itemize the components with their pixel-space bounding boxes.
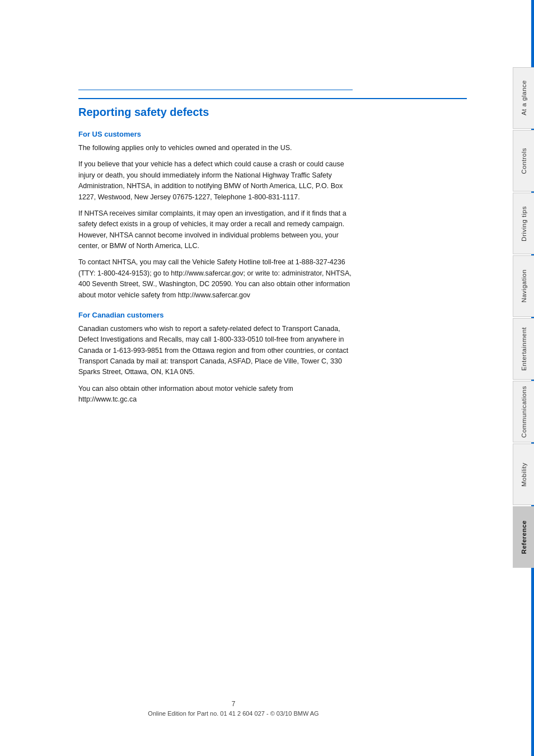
sidebar-tab-communications[interactable]: Communications <box>513 381 534 442</box>
section-divider <box>78 90 353 90</box>
page-number: 7 <box>0 700 467 708</box>
sidebar-tab-at-a-glance[interactable]: At a glance <box>513 67 534 129</box>
sidebar-tab-label-at-a-glance: At a glance <box>521 80 527 115</box>
canadian-customers-subtitle: For Canadian customers <box>78 311 467 319</box>
canadian-para-1: Canadian customers who wish to report a … <box>78 324 353 378</box>
us-para-3: If NHTSA receives similar complaints, it… <box>78 208 353 252</box>
page-section-title: Reporting safety defects <box>78 98 467 119</box>
sidebar-tab-label-mobility: Mobility <box>521 463 527 487</box>
canadian-para-2: You can also obtain other information ab… <box>78 384 353 405</box>
sidebar-tab-label-reference: Reference <box>521 520 527 554</box>
us-customers-subtitle: For US customers <box>78 130 467 138</box>
sidebar-tab-entertainment[interactable]: Entertainment <box>513 318 534 380</box>
sidebar-tab-label-navigation: Navigation <box>521 269 527 302</box>
sidebar-tab-reference[interactable]: Reference <box>513 506 534 568</box>
footer-text: Online Edition for Part no. 01 41 2 604 … <box>0 710 467 717</box>
page-container: Reporting safety defects For US customer… <box>0 0 534 756</box>
sidebar-tab-label-entertainment: Entertainment <box>521 327 527 371</box>
sidebar-tabs-wrapper: At a glanceControlsDriving tipsNavigatio… <box>513 0 534 756</box>
us-para-4: To contact NHTSA, you may call the Vehic… <box>78 257 353 301</box>
sidebar-tab-controls[interactable]: Controls <box>513 130 534 192</box>
us-para-1: The following applies only to vehicles o… <box>78 143 353 153</box>
sidebar-tab-label-driving-tips: Driving tips <box>521 206 527 241</box>
sidebar-tab-mobility[interactable]: Mobility <box>513 444 534 505</box>
sidebar: At a glanceControlsDriving tipsNavigatio… <box>500 0 534 756</box>
sidebar-tab-label-communications: Communications <box>521 386 527 438</box>
us-para-2: If you believe that your vehicle has a d… <box>78 159 353 203</box>
main-content: Reporting safety defects For US customer… <box>0 0 500 756</box>
page-footer: 7 Online Edition for Part no. 01 41 2 60… <box>0 700 467 717</box>
sidebar-tab-navigation[interactable]: Navigation <box>513 255 534 317</box>
sidebar-tab-label-controls: Controls <box>521 148 527 174</box>
sidebar-tab-driving-tips[interactable]: Driving tips <box>513 193 534 254</box>
